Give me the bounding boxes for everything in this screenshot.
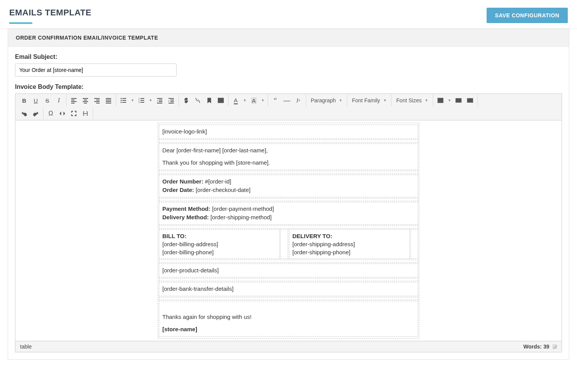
panel-heading: ORDER CONFIRMATION EMAIL/INVOICE TEMPLAT… [8, 29, 569, 47]
resize-grip[interactable] [552, 344, 557, 349]
template-footer-row[interactable]: Thanks again for shopping with us! [stor… [159, 301, 418, 337]
fullscreen-button[interactable] [68, 108, 80, 119]
order-date-label: Order Date: [162, 187, 194, 193]
numbered-list-button[interactable]: 123 [136, 95, 147, 106]
svg-rect-9 [140, 100, 144, 101]
outdent-button[interactable] [154, 95, 165, 106]
font-family-label: Font Family [352, 97, 380, 103]
template-greeting: Dear [order-first-name] [order-last-name… [162, 146, 415, 155]
invoice-body-label: Invoice Body Template: [15, 83, 562, 90]
source-code-button[interactable] [57, 108, 68, 119]
bill-address: [order-billing-address] [162, 241, 218, 247]
payment-label: Payment Method: [162, 205, 210, 212]
preview-button[interactable] [464, 95, 476, 106]
align-left-button[interactable] [68, 95, 80, 106]
media-button[interactable] [453, 95, 464, 106]
font-sizes-dropdown[interactable]: Font Sizes▼ [393, 95, 431, 106]
svg-point-17 [470, 100, 472, 102]
template-gap[interactable] [159, 198, 418, 201]
svg-rect-12 [218, 98, 223, 103]
rich-text-editor: B U S I ▼ [15, 93, 562, 352]
numbered-list-dropdown[interactable]: ▼ [147, 95, 154, 106]
svg-point-2 [121, 100, 122, 101]
svg-rect-3 [122, 100, 126, 101]
svg-rect-14 [438, 98, 443, 103]
delivery-value: [order-shipping-method] [209, 214, 272, 220]
bookmark-button[interactable] [203, 95, 215, 106]
template-gap[interactable] [159, 260, 418, 263]
bg-color-dropdown[interactable]: ▼ [260, 95, 266, 106]
text-color-button[interactable]: A [230, 95, 242, 106]
bill-phone: [order-billing-phone] [162, 249, 213, 255]
email-subject-input[interactable] [15, 63, 177, 77]
clear-format-button[interactable]: I× [293, 95, 304, 106]
align-center-button[interactable] [80, 95, 91, 106]
strikethrough-button[interactable]: S [42, 95, 53, 106]
svg-text:3: 3 [138, 101, 140, 103]
address-spacer[interactable] [280, 229, 288, 259]
text-color-dropdown[interactable]: ▼ [242, 95, 248, 106]
template-address-row[interactable]: BILL TO: [order-billing-address] [order-… [159, 229, 418, 259]
template-products-row[interactable]: [order-product-details] [159, 264, 418, 278]
bullet-list-dropdown[interactable]: ▼ [129, 95, 136, 106]
save-configuration-button[interactable]: SAVE CONFIGURATION [487, 8, 568, 23]
template-greeting-row[interactable]: Dear [order-first-name] [order-last-name… [159, 143, 418, 170]
editor-toolbar: B U S I ▼ [15, 94, 562, 120]
template-bank-row[interactable]: [order-bank-transfer-details] [159, 282, 418, 296]
ship-address: [order-shipping-address] [292, 241, 355, 247]
page-title: EMAILS TEMPLATE [9, 8, 92, 23]
svg-rect-7 [140, 98, 144, 99]
align-right-button[interactable] [91, 95, 103, 106]
svg-rect-11 [140, 102, 144, 103]
address-spacer[interactable] [410, 229, 418, 259]
show-blocks-button[interactable] [80, 108, 91, 119]
font-sizes-label: Font Sizes [396, 97, 422, 103]
template-gap[interactable] [159, 171, 418, 174]
template-panel: ORDER CONFIRMATION EMAIL/INVOICE TEMPLAT… [8, 29, 569, 360]
template-gap[interactable] [159, 278, 418, 281]
ship-phone: [order-shipping-phone] [292, 249, 350, 255]
paragraph-label: Paragraph [311, 97, 336, 103]
template-gap[interactable] [159, 140, 418, 143]
horizontal-rule-button[interactable]: — [281, 95, 293, 106]
word-count: Words: 39 [524, 344, 549, 350]
undo-button[interactable] [18, 108, 30, 119]
font-family-dropdown[interactable]: Font Family▼ [349, 95, 390, 106]
indent-button[interactable] [165, 95, 177, 106]
blockquote-button[interactable]: “ [270, 95, 281, 106]
special-char-button[interactable]: Ω [45, 108, 57, 119]
template-method-row[interactable]: Payment Method: [order-payment-method] D… [159, 202, 418, 225]
svg-point-4 [121, 102, 122, 103]
ship-to-heading: DELIVERY TO: [292, 233, 332, 239]
table-button[interactable] [435, 95, 446, 106]
bullet-list-button[interactable] [118, 95, 129, 106]
email-subject-label: Email Subject: [15, 53, 562, 60]
underline-button[interactable]: U [30, 95, 42, 106]
editor-statusbar: table Words: 39 [15, 341, 562, 352]
template-gap[interactable] [159, 297, 418, 300]
svg-rect-1 [122, 98, 126, 99]
image-button[interactable] [215, 95, 227, 106]
delivery-label: Delivery Method: [162, 214, 209, 220]
link-button[interactable] [180, 95, 192, 106]
template-gap[interactable] [159, 225, 418, 229]
order-number-label: Order Number: [162, 178, 203, 185]
element-path[interactable]: table [20, 344, 32, 350]
editor-content[interactable]: [invoice-logo-link] Dear [order-first-na… [15, 120, 562, 341]
svg-rect-5 [122, 102, 126, 103]
unlink-button[interactable] [192, 95, 203, 106]
ship-to-col[interactable]: DELIVERY TO: [order-shipping-address] [o… [289, 229, 410, 259]
bill-to-heading: BILL TO: [162, 233, 187, 239]
bg-color-button[interactable]: A [248, 95, 260, 106]
paragraph-dropdown[interactable]: Paragraph▼ [308, 95, 345, 106]
template-store: [store-name] [162, 326, 197, 332]
bold-button[interactable]: B [18, 95, 30, 106]
table-dropdown[interactable]: ▼ [446, 95, 453, 106]
template-thanks2: Thanks again for shopping with us! [162, 313, 415, 322]
bill-to-col[interactable]: BILL TO: [order-billing-address] [order-… [159, 229, 280, 259]
template-logo-row[interactable]: [invoice-logo-link] [159, 125, 418, 139]
redo-button[interactable] [30, 108, 42, 119]
align-justify-button[interactable] [103, 95, 114, 106]
template-order-row[interactable]: Order Number: #[order-id] Order Date: [o… [159, 175, 418, 197]
italic-button[interactable]: I [53, 95, 65, 106]
